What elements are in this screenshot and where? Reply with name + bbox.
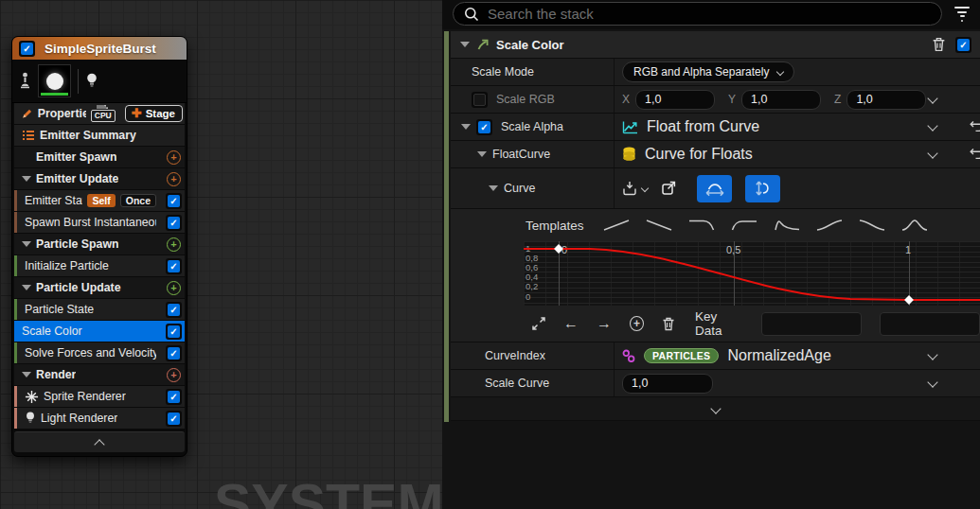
float-curve-label: FloatCurve	[492, 148, 550, 161]
add-module-icon[interactable]: +	[167, 150, 181, 165]
fit-curve-vertical-button[interactable]	[745, 175, 780, 202]
collapse-arrow-icon[interactable]	[489, 185, 498, 191]
add-stage-button[interactable]: ✚ Stage	[125, 105, 183, 122]
filter-icon[interactable]	[953, 7, 971, 23]
collapse-arrow-icon[interactable]	[22, 241, 31, 247]
add-module-icon[interactable]: +	[167, 281, 181, 295]
scale-rgb-checkbox[interactable]: ✓	[472, 92, 488, 108]
chevron-down-icon[interactable]	[927, 120, 937, 131]
module-enabled-checkbox[interactable]: ✓	[166, 302, 182, 318]
template-s-curve-fall-icon[interactable]	[858, 219, 886, 232]
key-value-input[interactable]	[880, 312, 980, 336]
param-row-float-curve[interactable]: FloatCurve Curve for Floats	[451, 141, 980, 168]
chevron-down-icon[interactable]	[927, 148, 937, 158]
chevron-down-icon[interactable]	[927, 349, 937, 360]
stack-row-emitter-summary[interactable]: Emitter Summary	[14, 125, 185, 146]
emitter-node-header[interactable]: ✓ SimpleSpriteBurst	[12, 37, 187, 60]
scale-rgb-z-input[interactable]: 1,0	[846, 90, 926, 110]
next-key-icon[interactable]: →	[597, 316, 612, 331]
search-input[interactable]: Search the stack	[453, 2, 942, 26]
stack-group-emitter-update[interactable]: Emitter Update +	[14, 168, 185, 189]
module-enabled-checkbox[interactable]: ✓	[166, 389, 182, 405]
curve-graph[interactable]: 1 0,8 0,6 0,4 0,2 0 0 0,5 1	[524, 241, 980, 306]
template-linear-fall-icon[interactable]	[645, 219, 673, 232]
module-enabled-checkbox[interactable]: ✓	[955, 37, 971, 53]
chevron-down-icon[interactable]	[927, 377, 937, 387]
light-renderer-thumbnail-icon[interactable]	[85, 72, 98, 91]
template-ease-out-drop-icon[interactable]	[687, 219, 716, 232]
key-time-input[interactable]	[761, 312, 862, 336]
chevron-down-icon[interactable]	[927, 93, 937, 103]
collapse-arrow-icon[interactable]	[22, 372, 31, 377]
param-row-scale-curve[interactable]: Scale Curve 1,0	[451, 370, 980, 397]
stack-group-emitter-spawn[interactable]: Emitter Spawn +	[14, 147, 185, 167]
stack-row-particle-state[interactable]: Particle State ✓	[14, 299, 185, 320]
scale-alpha-value: Float from Curve	[647, 118, 759, 135]
sprite-renderer-thumbnail[interactable]	[38, 64, 71, 97]
import-curve-button[interactable]	[622, 181, 648, 196]
curve-key-1[interactable]	[904, 295, 914, 305]
scale-rgb-y-input[interactable]: 1,0	[741, 90, 821, 110]
stack-row-emitter-state[interactable]: Emitter State Self Once ✓	[14, 190, 185, 211]
collapse-arrow-icon[interactable]	[22, 176, 31, 182]
param-row-curve[interactable]: Curve	[451, 168, 980, 209]
module-enabled-checkbox[interactable]: ✓	[166, 215, 182, 231]
stack-row-sprite-renderer[interactable]: Sprite Renderer ✓	[14, 386, 185, 407]
emitter-node[interactable]: ✓ SimpleSpriteBurst	[11, 36, 187, 457]
template-s-curve-rise-icon[interactable]	[815, 219, 844, 232]
open-in-curve-editor-button[interactable]	[661, 181, 676, 196]
stack-row-scale-color-selected[interactable]: Scale Color ✓	[14, 321, 185, 342]
reset-to-default-icon[interactable]	[970, 120, 980, 133]
add-renderer-icon[interactable]: +	[167, 368, 181, 382]
system-graph-canvas[interactable]: SYSTEM ✓ SimpleSpriteBurst	[0, 0, 442, 509]
emitter-node-title: SimpleSpriteBurst	[45, 42, 156, 56]
param-row-curve-index[interactable]: CurveIndex PARTICLES NormalizedAge	[451, 342, 980, 370]
node-collapse-bar[interactable]	[14, 431, 185, 452]
particle-accent-bar	[14, 255, 17, 276]
module-enabled-checkbox[interactable]: ✓	[166, 411, 182, 427]
fit-curve-horizontal-button[interactable]	[697, 175, 732, 202]
stack-row-light-renderer[interactable]: Light Renderer ✓	[14, 408, 185, 429]
template-linear-rise-icon[interactable]	[602, 219, 631, 232]
collapse-arrow-icon[interactable]	[460, 42, 470, 47]
scale-curve-input[interactable]: 1,0	[622, 374, 713, 394]
reset-to-default-icon[interactable]	[970, 148, 980, 161]
stack-group-particle-update[interactable]: Particle Update +	[14, 277, 185, 298]
module-enabled-checkbox[interactable]: ✓	[166, 324, 182, 340]
curve-key-0[interactable]	[554, 244, 563, 254]
collapse-arrow-icon[interactable]	[461, 124, 471, 130]
delete-module-icon[interactable]	[932, 37, 946, 52]
stack-group-render[interactable]: Render +	[14, 364, 185, 385]
stack-row-initialize-particle[interactable]: Initialize Particle ✓	[14, 255, 185, 276]
summary-list-icon	[22, 130, 35, 141]
add-module-icon[interactable]: +	[167, 237, 181, 252]
add-key-icon[interactable]: +	[630, 316, 644, 331]
stack-expand-footer[interactable]	[451, 397, 980, 421]
add-module-icon[interactable]: +	[167, 172, 181, 186]
collapse-arrow-icon[interactable]	[22, 285, 31, 290]
template-decay-spike-icon[interactable]	[773, 219, 801, 232]
module-enabled-checkbox[interactable]: ✓	[166, 345, 182, 361]
module-header-scale-color[interactable]: Scale Color ✓	[451, 31, 980, 59]
param-row-scale-rgb[interactable]: ✓ Scale RGB X 1,0 Y 1,0 Z 1,0	[451, 86, 980, 114]
module-enabled-checkbox[interactable]: ✓	[166, 258, 182, 274]
stack-row-spawn-burst[interactable]: Spawn Burst Instantaneous ✓	[14, 212, 185, 233]
scale-alpha-checkbox[interactable]: ✓	[476, 119, 492, 135]
previous-key-icon[interactable]: ←	[563, 316, 579, 331]
param-row-scale-mode[interactable]: Scale Mode RGB and Alpha Separately	[451, 59, 980, 86]
scale-rgb-x-input[interactable]: 1,0	[635, 90, 715, 110]
stack-row-solve-forces[interactable]: Solve Forces and Velocity ✓	[14, 342, 185, 363]
cpu-arrows-icon	[96, 105, 111, 109]
delete-key-icon[interactable]	[662, 317, 675, 331]
once-badge: Once	[120, 194, 156, 207]
stack-row-properties[interactable]: Properties CPU ✚ Stage	[14, 103, 185, 124]
module-enabled-checkbox[interactable]: ✓	[166, 193, 182, 209]
scale-mode-dropdown[interactable]: RGB and Alpha Separately	[622, 61, 794, 82]
emitter-enabled-checkbox[interactable]: ✓	[19, 41, 35, 57]
collapse-arrow-icon[interactable]	[477, 151, 487, 157]
stack-group-particle-spawn[interactable]: Particle Spawn +	[14, 234, 185, 254]
param-row-scale-alpha[interactable]: ✓ Scale Alpha Float from Curve	[451, 114, 980, 141]
template-bell-icon[interactable]	[900, 219, 929, 232]
template-ease-in-rise-icon[interactable]	[730, 219, 758, 232]
expand-editor-icon[interactable]	[532, 317, 545, 330]
